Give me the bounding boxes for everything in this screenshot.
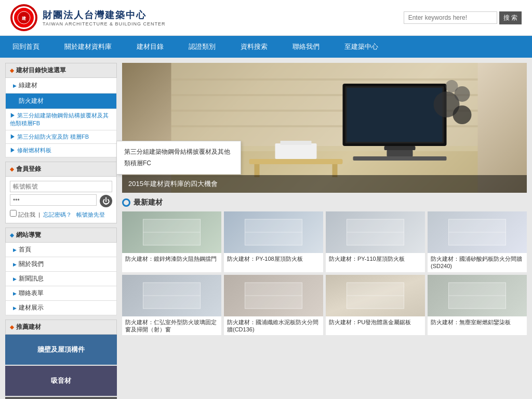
product-label-4: 防火建材：仁弘室外型防火玻璃固定窗及掃開（射）窗 xyxy=(122,316,221,336)
content-area: 2015年建材資料庫的四大機會 最新建材 防火建材：鍍鋅烤漆防火阻熱鋼擋門防火建… xyxy=(122,63,527,399)
product-card-7[interactable]: 防火建材：無塵室耐燃鋁鑾柒板 xyxy=(428,275,527,336)
catalog-item-green[interactable]: 綠建材 xyxy=(5,78,117,94)
product-label-2: 防火建材：PY-110屋頂防火板 xyxy=(326,253,425,272)
latest-title: 最新建材 xyxy=(134,198,163,207)
catalog-tooltip: 第三分組建築物鋼骨結構披覆材及其他類積層FC xyxy=(116,141,241,175)
product-img-1 xyxy=(224,211,323,253)
sidebar: 建材目錄快速選單 綠建材 防火建材 ▶ 第三分組建築物鋼骨結構披覆材及其他類積層… xyxy=(5,63,117,399)
catalog-item-fire-label: 防火建材 xyxy=(19,97,44,105)
product-card-0[interactable]: 防火建材：鍍鋅烤漆防火阻熱鋼擋門 xyxy=(122,211,221,272)
product-img-4 xyxy=(122,275,221,316)
sitenav-section: 網站導覽 首頁關於我們新聞訊息聯絡表單建材展示 xyxy=(5,228,117,315)
catalog-item-fire[interactable]: 防火建材 xyxy=(5,94,117,109)
logo-icon: 建 xyxy=(10,4,37,31)
latest-icon xyxy=(122,198,130,207)
svg-rect-17 xyxy=(275,143,317,159)
nav-item-certification[interactable]: 認證類別 xyxy=(176,36,228,58)
svg-rect-13 xyxy=(353,156,447,161)
svg-rect-10 xyxy=(347,88,443,142)
recommended-section: 推薦建材 牆壁及屋頂構件吸音材纖維水泥板 xyxy=(5,320,117,399)
logo-area: 建 財團法人台灣建築中心 TAIWAN ARCHITECTURE & BUILD… xyxy=(10,4,166,31)
member-title: 會員登錄 xyxy=(6,162,116,177)
nav-item-home[interactable]: 回到首頁 xyxy=(0,36,52,58)
remember-row: 記住我 | 忘記密碼？ 帳號搶先登 xyxy=(10,210,112,219)
search-input[interactable] xyxy=(404,11,497,24)
forgot-password-link[interactable]: 忘記密碼？ xyxy=(43,211,72,218)
product-label-3: 防火建材：國浦矽酸鈣板防火分間牆(SD240) xyxy=(428,253,527,272)
product-card-6[interactable]: 防火建材：PU發泡體蒸金屬鋸板 xyxy=(326,275,425,336)
product-img-5 xyxy=(224,275,323,316)
product-label-6: 防火建材：PU發泡體蒸金屬鋸板 xyxy=(326,316,425,335)
product-card-5[interactable]: 防火建材：國浦纖維水泥板防火分間牆(CD136) xyxy=(224,275,323,336)
product-img-7 xyxy=(428,275,527,316)
rec-title-label: 推薦建材 xyxy=(16,323,41,331)
svg-point-22 xyxy=(453,105,472,124)
nav-item-tabc[interactable]: 至建築中心 xyxy=(332,36,391,58)
rec-item-2[interactable]: 纖維水泥板 xyxy=(5,397,117,399)
username-input[interactable] xyxy=(10,181,112,192)
catalog-section-title: 建材目錄快速選單 xyxy=(5,63,117,78)
sitenav-title-label: 網站導覽 xyxy=(16,231,41,240)
product-img-6 xyxy=(326,275,425,316)
sitenav-item-聯絡表單[interactable]: 聯絡表單 xyxy=(5,286,117,301)
nav-item-search[interactable]: 資料搜索 xyxy=(228,36,280,58)
catalog-title-label: 建材目錄快速選單 xyxy=(16,66,66,75)
catalog-dropdown-item1-text: ▶ 第三分組建築物鋼骨結構披覆材及其他類積層FB xyxy=(10,112,109,126)
product-img-0 xyxy=(122,211,221,253)
main-nav: 回到首頁關於建材資料庫建材目錄認證類別資料搜索聯絡我們至建築中心 xyxy=(0,36,532,58)
catalog-dropdown-item3[interactable]: ▶ 修耐燃材料板 xyxy=(5,144,117,157)
product-card-1[interactable]: 防火建材：PY-108屋頂防火板 xyxy=(224,211,323,272)
catalog-dropdown-item3-text: ▶ 修耐燃材料板 xyxy=(10,147,51,153)
svg-rect-11 xyxy=(384,146,416,150)
catalog-dropdown-item2[interactable]: ▶ 第三分組防火室及防 積層FB 第三分組建築物鋼骨結構披覆材及其他類積層FC xyxy=(5,130,117,144)
latest-header: 最新建材 xyxy=(122,198,527,207)
remember-label: 記住我 xyxy=(18,211,35,218)
remember-checkbox[interactable] xyxy=(10,210,17,217)
catalog-section: 建材目錄快速選單 綠建材 防火建材 ▶ 第三分組建築物鋼骨結構披覆材及其他類積層… xyxy=(5,63,117,157)
product-label-7: 防火建材：無塵室耐燃鋁鑾柒板 xyxy=(428,316,527,335)
product-img-3 xyxy=(428,211,527,253)
sitenav-item-建材展示[interactable]: 建材展示 xyxy=(5,301,117,315)
quick-register-link[interactable]: 帳號搶先登 xyxy=(76,211,105,218)
sitenav-title: 網站導覽 xyxy=(5,228,117,243)
hero-caption-text: 2015年建材資料庫的四大機會 xyxy=(128,180,218,188)
main-content: 建材目錄快速選單 綠建材 防火建材 ▶ 第三分組建築物鋼骨結構披覆材及其他類積層… xyxy=(0,58,532,399)
rec-item-1[interactable]: 吸音材 xyxy=(5,366,117,396)
login-button[interactable] xyxy=(100,195,112,207)
product-card-2[interactable]: 防火建材：PY-110屋頂防火板 xyxy=(326,211,425,272)
svg-rect-18 xyxy=(281,141,312,145)
svg-point-21 xyxy=(446,80,458,92)
header: 建 財團法人台灣建築中心 TAIWAN ARCHITECTURE & BUILD… xyxy=(0,0,532,36)
product-label-1: 防火建材：PY-108屋頂防火板 xyxy=(224,253,323,272)
catalog-item-green-label: 綠建材 xyxy=(19,81,37,90)
nav-item-catalog[interactable]: 建材目錄 xyxy=(124,36,176,58)
sitenav-item-新聞訊息[interactable]: 新聞訊息 xyxy=(5,272,117,286)
member-row xyxy=(10,194,112,208)
product-card-4[interactable]: 防火建材：仁弘室外型防火玻璃固定窗及掃開（射）窗 xyxy=(122,275,221,336)
rec-item-0[interactable]: 牆壁及屋頂構件 xyxy=(5,335,117,365)
nav-item-contact[interactable]: 聯絡我們 xyxy=(280,36,332,58)
search-button[interactable]: 搜 索 xyxy=(499,11,522,24)
product-label-5: 防火建材：國浦纖維水泥板防火分間牆(CD136) xyxy=(224,316,323,336)
catalog-dropdown-item1[interactable]: ▶ 第三分組建築物鋼骨結構披覆材及其他類積層FB xyxy=(5,109,117,130)
logo-inner: 建 xyxy=(12,6,35,29)
password-input[interactable] xyxy=(10,194,97,206)
search-area: 搜 索 xyxy=(404,11,522,24)
product-card-3[interactable]: 防火建材：國浦矽酸鈣板防火分間牆(SD240) xyxy=(428,211,527,272)
hero-caption: 2015年建材資料庫的四大機會 xyxy=(122,175,527,193)
logo-subtitle: TAIWAN ARCHITECTURE & BUILDING CENTER xyxy=(43,21,166,26)
logo-text-area: 財團法人台灣建築中心 TAIWAN ARCHITECTURE & BUILDIN… xyxy=(43,9,166,26)
rec-title: 推薦建材 xyxy=(5,320,117,335)
svg-rect-4 xyxy=(171,78,478,81)
sitenav-item-首頁[interactable]: 首頁 xyxy=(5,243,117,257)
product-label-0: 防火建材：鍍鋅烤漆防火阻熱鋼擋門 xyxy=(122,253,221,272)
svg-text:建: 建 xyxy=(21,16,26,21)
svg-rect-12 xyxy=(387,150,413,156)
sitenav-item-關於我們[interactable]: 關於我們 xyxy=(5,257,117,272)
product-img-2 xyxy=(326,211,425,253)
latest-section: 最新建材 防火建材：鍍鋅烤漆防火阻熱鋼擋門防火建材：PY-108屋頂防火板防火建… xyxy=(122,198,527,335)
nav-item-about[interactable]: 關於建材資料庫 xyxy=(52,36,124,58)
logo-svg: 建 xyxy=(17,10,31,25)
member-title-label: 會員登錄 xyxy=(16,165,41,174)
logo-title: 財團法人台灣建築中心 xyxy=(43,9,166,21)
